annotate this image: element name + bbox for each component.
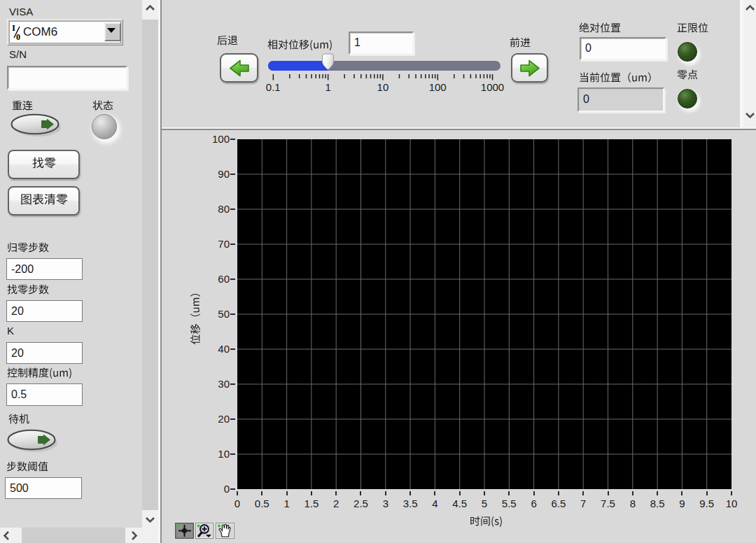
svg-text:I: I	[12, 24, 15, 33]
svg-text:0: 0	[16, 32, 20, 41]
